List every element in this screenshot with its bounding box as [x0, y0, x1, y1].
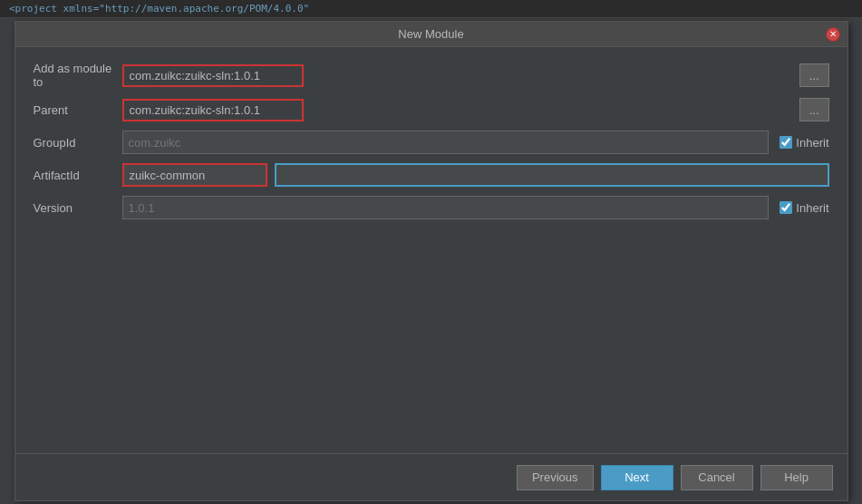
- next-button[interactable]: Next: [601, 465, 673, 490]
- groupid-inherit-checkbox[interactable]: [780, 136, 792, 149]
- previous-button[interactable]: Previous: [517, 465, 594, 490]
- version-row: Version Inherit: [34, 196, 829, 219]
- version-label: Version: [34, 201, 115, 215]
- groupid-inherit-label: Inherit: [796, 136, 828, 150]
- add-as-module-label: Add as module to: [34, 62, 115, 89]
- cancel-button[interactable]: Cancel: [681, 465, 753, 490]
- parent-label: Parent: [34, 103, 115, 117]
- groupid-inherit-group: Inherit: [780, 136, 828, 150]
- groupid-input[interactable]: [122, 131, 770, 154]
- code-text: <project xmlns="http://maven.apache.org/…: [9, 3, 309, 15]
- close-button[interactable]: ✕: [826, 27, 840, 42]
- parent-row: Parent com.zuikc:zuikc-sln:1.0.1 ...: [34, 98, 829, 121]
- new-module-dialog: New Module ✕ Add as module to com.zuikc:…: [15, 21, 848, 501]
- dialog-body: Add as module to com.zuikc:zuikc-sln:1.0…: [15, 47, 847, 453]
- groupid-label: GroupId: [34, 136, 115, 150]
- add-as-module-row: Add as module to com.zuikc:zuikc-sln:1.0…: [34, 62, 829, 89]
- add-as-module-value: com.zuikc:zuikc-sln:1.0.1: [122, 64, 304, 87]
- parent-browse-button[interactable]: ...: [799, 98, 829, 121]
- artifactid-label: ArtifactId: [34, 169, 115, 182]
- help-button[interactable]: Help: [760, 465, 833, 490]
- artifactid-row: ArtifactId: [34, 163, 829, 187]
- groupid-row: GroupId Inherit: [34, 131, 829, 154]
- dialog-footer: Previous Next Cancel Help: [15, 453, 847, 500]
- add-as-module-browse-button[interactable]: ...: [799, 63, 829, 87]
- artifactid-remainder-input[interactable]: [275, 163, 829, 187]
- version-inherit-checkbox[interactable]: [780, 201, 792, 214]
- artifactid-input[interactable]: [122, 163, 267, 187]
- parent-value: com.zuikc:zuikc-sln:1.0.1: [122, 99, 304, 121]
- code-strip: <project xmlns="http://maven.apache.org/…: [0, 0, 862, 18]
- version-inherit-group: Inherit: [780, 201, 828, 215]
- version-inherit-label: Inherit: [796, 201, 828, 215]
- dialog-title: New Module: [37, 27, 826, 41]
- version-input[interactable]: [122, 196, 770, 219]
- title-bar: New Module ✕: [15, 22, 847, 47]
